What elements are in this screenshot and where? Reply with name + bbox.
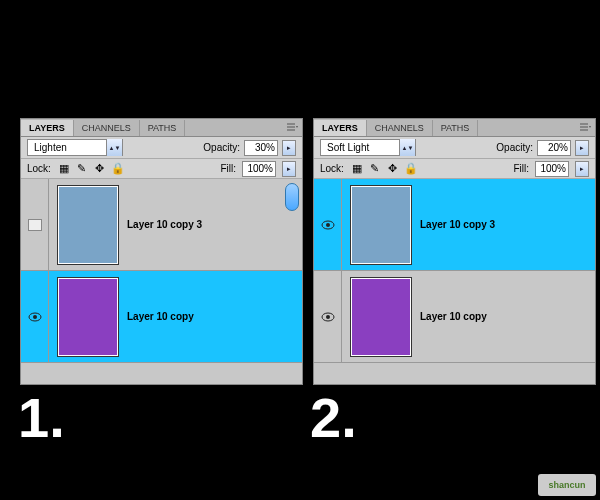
visibility-toggle[interactable] (314, 179, 342, 270)
lock-icons-group: ▦ ✎ ✥ 🔒 (350, 162, 418, 176)
visibility-toggle[interactable] (21, 271, 49, 362)
select-arrows-icon: ▲▼ (399, 139, 415, 156)
blend-mode-select[interactable]: Lighten ▲▼ (27, 139, 123, 156)
figure-number-1: 1. (18, 385, 65, 450)
lock-icons-group: ▦ ✎ ✥ 🔒 (57, 162, 125, 176)
fill-flyout-icon[interactable]: ▸ (282, 161, 296, 177)
tab-paths[interactable]: PATHS (140, 120, 186, 136)
panel-menu-icon[interactable] (286, 122, 298, 132)
eye-icon (321, 220, 335, 230)
tab-channels[interactable]: CHANNELS (74, 120, 140, 136)
lock-all-icon[interactable]: 🔒 (111, 162, 125, 176)
layer-thumbnail[interactable] (57, 185, 119, 265)
opacity-label: Opacity: (203, 142, 240, 153)
layer-name[interactable]: Layer 10 copy (127, 311, 194, 322)
lock-all-icon[interactable]: 🔒 (404, 162, 418, 176)
lock-position-icon[interactable]: ✥ (386, 162, 400, 176)
svg-marker-9 (589, 126, 591, 128)
tab-channels[interactable]: CHANNELS (367, 120, 433, 136)
svg-point-11 (326, 223, 330, 227)
lock-pixels-icon[interactable]: ✎ (75, 162, 89, 176)
layers-panel-2: LAYERS CHANNELS PATHS Soft Light ▲▼ Opac… (313, 118, 596, 385)
blend-opacity-row: Lighten ▲▼ Opacity: 30% ▸ (21, 137, 302, 159)
eye-icon (321, 312, 335, 322)
panel-tabs: LAYERS CHANNELS PATHS (21, 119, 302, 137)
lock-fill-row: Lock: ▦ ✎ ✥ 🔒 Fill: 100% ▸ (21, 159, 302, 179)
lock-label: Lock: (320, 163, 344, 174)
lock-position-icon[interactable]: ✥ (93, 162, 107, 176)
opacity-input[interactable]: 20% (537, 140, 571, 156)
lock-transparency-icon[interactable]: ▦ (57, 162, 71, 176)
opacity-flyout-icon[interactable]: ▸ (575, 140, 589, 156)
opacity-flyout-icon[interactable]: ▸ (282, 140, 296, 156)
tab-layers[interactable]: LAYERS (21, 120, 74, 136)
blend-mode-value: Lighten (28, 142, 106, 153)
layer-thumbnail[interactable] (350, 277, 412, 357)
lock-label: Lock: (27, 163, 51, 174)
visibility-toggle[interactable] (314, 271, 342, 362)
layer-row[interactable]: Layer 10 copy (21, 271, 302, 363)
visibility-toggle[interactable] (21, 179, 49, 270)
opacity-input[interactable]: 30% (244, 140, 278, 156)
layer-thumbnail[interactable] (350, 185, 412, 265)
blend-mode-value: Soft Light (321, 142, 399, 153)
tab-paths[interactable]: PATHS (433, 120, 479, 136)
layer-name[interactable]: Layer 10 copy (420, 311, 487, 322)
lock-fill-row: Lock: ▦ ✎ ✥ 🔒 Fill: 100% ▸ (314, 159, 595, 179)
select-arrows-icon: ▲▼ (106, 139, 122, 156)
opacity-label: Opacity: (496, 142, 533, 153)
layers-list: Layer 10 copy 3 Layer 10 copy (21, 179, 302, 384)
layers-list: Layer 10 copy 3 Layer 10 copy (314, 179, 595, 384)
svg-point-5 (33, 315, 37, 319)
tab-layers[interactable]: LAYERS (314, 120, 367, 136)
visibility-empty-icon (28, 219, 42, 231)
blend-opacity-row: Soft Light ▲▼ Opacity: 20% ▸ (314, 137, 595, 159)
fill-input[interactable]: 100% (535, 161, 569, 177)
figure-number-2: 2. (310, 385, 357, 450)
layer-row[interactable]: Layer 10 copy (314, 271, 595, 363)
lock-pixels-icon[interactable]: ✎ (368, 162, 382, 176)
eye-icon (28, 312, 42, 322)
layer-name[interactable]: Layer 10 copy 3 (420, 219, 495, 230)
fill-label: Fill: (513, 163, 529, 174)
fill-flyout-icon[interactable]: ▸ (575, 161, 589, 177)
fill-input[interactable]: 100% (242, 161, 276, 177)
watermark: shancun (538, 474, 596, 496)
layer-row[interactable]: Layer 10 copy 3 (314, 179, 595, 271)
svg-marker-3 (296, 126, 298, 128)
layers-panel-1: LAYERS CHANNELS PATHS Lighten ▲▼ Opacity… (20, 118, 303, 385)
panel-tabs: LAYERS CHANNELS PATHS (314, 119, 595, 137)
fill-label: Fill: (220, 163, 236, 174)
panel-menu-icon[interactable] (579, 122, 591, 132)
layer-thumbnail[interactable] (57, 277, 119, 357)
svg-point-13 (326, 315, 330, 319)
layer-name[interactable]: Layer 10 copy 3 (127, 219, 202, 230)
layer-row[interactable]: Layer 10 copy 3 (21, 179, 302, 271)
lock-transparency-icon[interactable]: ▦ (350, 162, 364, 176)
blend-mode-select[interactable]: Soft Light ▲▼ (320, 139, 416, 156)
